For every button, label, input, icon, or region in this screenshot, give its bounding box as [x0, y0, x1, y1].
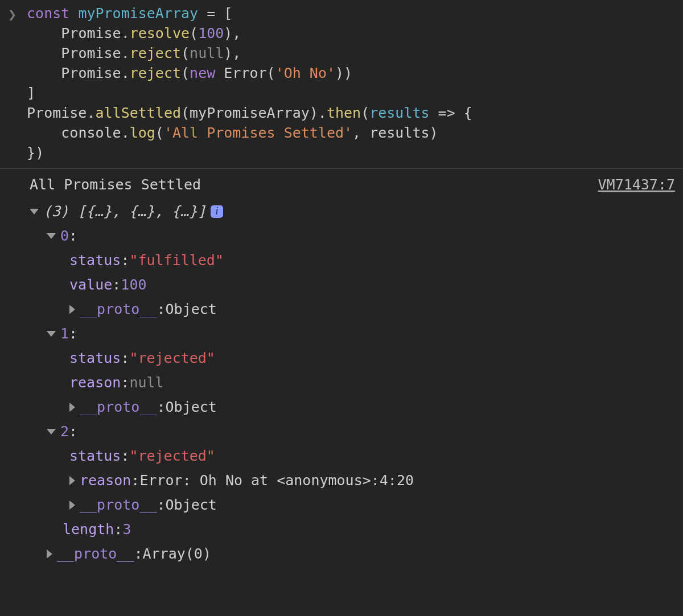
tree-proto[interactable]: __proto__: Object	[30, 493, 675, 517]
disclosure-right-icon[interactable]	[69, 305, 75, 314]
array-summary-row[interactable]: (3) [{…}, {…}, {…}] i	[30, 199, 675, 224]
disclosure-right-icon[interactable]	[69, 501, 75, 510]
disclosure-right-icon[interactable]	[47, 549, 52, 559]
tree-item-2[interactable]: 2:	[30, 419, 675, 444]
tree-array-proto[interactable]: __proto__: Array(0)	[30, 541, 675, 566]
disclosure-right-icon[interactable]	[69, 403, 75, 412]
tree-proto[interactable]: __proto__: Object	[30, 297, 675, 321]
index-key: 0	[60, 226, 69, 246]
info-icon[interactable]: i	[211, 205, 223, 218]
tree-prop-value: value: 100	[30, 272, 675, 297]
log-message: All Promises Settled	[30, 175, 201, 195]
disclosure-down-icon[interactable]	[47, 429, 56, 435]
console-input-row: ❯ const myPromiseArray = [ Promise.resol…	[0, 0, 683, 168]
index-key: 1	[60, 324, 69, 344]
tree-prop-status: status: "rejected"	[30, 444, 675, 468]
tree-item-0[interactable]: 0:	[30, 224, 675, 248]
kw-const: const	[27, 5, 69, 22]
tree-array-length: length: 3	[30, 517, 675, 541]
input-code: const myPromiseArray = [ Promise.resolve…	[27, 3, 472, 163]
disclosure-down-icon[interactable]	[30, 209, 39, 214]
disclosure-right-icon[interactable]	[69, 476, 75, 485]
console-output-row: All Promises Settled VM71437:7 (3) [{…},…	[0, 169, 683, 576]
tree-prop-reason: reason: null	[30, 370, 675, 395]
tree-prop-reason-error[interactable]: reason: Error: Oh No at <anonymous>:4:20	[30, 468, 675, 493]
tree-prop-status: status: "fulfilled"	[30, 248, 675, 272]
disclosure-down-icon[interactable]	[47, 233, 56, 239]
output-header: All Promises Settled VM71437:7	[8, 175, 675, 195]
tree-proto[interactable]: __proto__: Object	[30, 395, 675, 419]
array-summary: (3) [{…}, {…}, {…}]	[43, 201, 206, 221]
tree-prop-status: status: "rejected"	[30, 346, 675, 370]
object-tree: (3) [{…}, {…}, {…}] i 0: status: "fulfil…	[8, 199, 675, 566]
tree-item-1[interactable]: 1:	[30, 321, 675, 346]
source-link[interactable]: VM71437:7	[598, 175, 675, 195]
var-name: myPromiseArray	[78, 5, 198, 22]
disclosure-down-icon[interactable]	[47, 331, 56, 337]
index-key: 2	[60, 421, 69, 441]
chevron-right-icon: ❯	[8, 5, 17, 24]
